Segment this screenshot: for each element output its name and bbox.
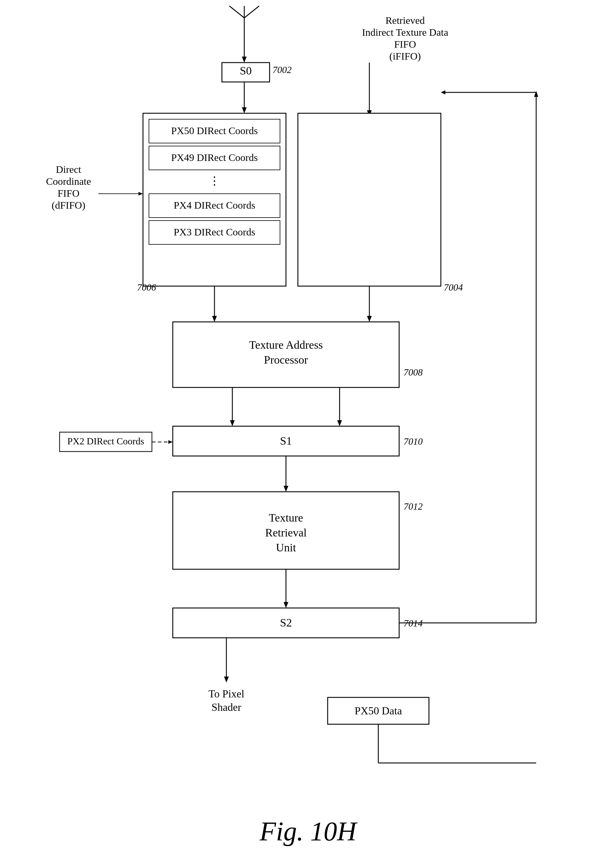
px50-data-label: PX50 Data: [355, 705, 402, 717]
s2-label: S2: [280, 616, 292, 629]
px50-direct: PX50 DIRect Coords: [171, 125, 258, 136]
diagram-container: S0 7002 PX50 DIRect Coords PX49 DIRect C…: [0, 0, 616, 864]
ififo-title-3: FIFO: [394, 39, 416, 50]
diagram-svg: S0 7002 PX50 DIRect Coords PX49 DIRect C…: [0, 0, 616, 864]
ref-7006: 7006: [137, 282, 156, 293]
px49-direct: PX49 DIRect Coords: [171, 152, 258, 163]
ref-7012: 7012: [404, 501, 423, 512]
tru-label-3: Unit: [276, 541, 296, 554]
pixel-shader-label-1: To Pixel: [209, 688, 244, 700]
px4-direct: PX4 DIRect Coords: [174, 200, 255, 211]
ellipsis: ⋮: [209, 175, 220, 187]
px3-direct: PX3 DIRect Coords: [174, 227, 255, 238]
px2-direct: PX2 DIRect Coords: [67, 436, 144, 447]
tru-label-2: Retrieval: [265, 526, 306, 539]
tap-label-2: Processor: [264, 354, 308, 366]
svg-rect-17: [298, 113, 441, 286]
tru-label-1: Texture: [269, 511, 303, 524]
pixel-shader-label-2: Shader: [212, 701, 241, 713]
dfifo-label-2: Coordinate: [46, 176, 91, 187]
dfifo-label-4: (dFIFO): [52, 200, 85, 211]
tap-label-1: Texture Address: [249, 338, 322, 351]
dfifo-label-3: FIFO: [58, 188, 80, 199]
ref-7002: 7002: [273, 65, 292, 75]
ref-7010: 7010: [404, 436, 423, 447]
ififo-title-4: (iFIFO): [389, 51, 421, 62]
ref-7004: 7004: [444, 282, 463, 293]
ififo-title-1: Retrieved: [385, 15, 425, 26]
s1-label: S1: [280, 434, 292, 447]
fig-label: Fig. 10H: [259, 817, 358, 846]
ififo-title-2: Indirect Texture Data: [362, 27, 448, 38]
ref-7008: 7008: [404, 367, 423, 378]
dfifo-label-1: Direct: [56, 164, 82, 175]
s0-label: S0: [240, 65, 252, 77]
